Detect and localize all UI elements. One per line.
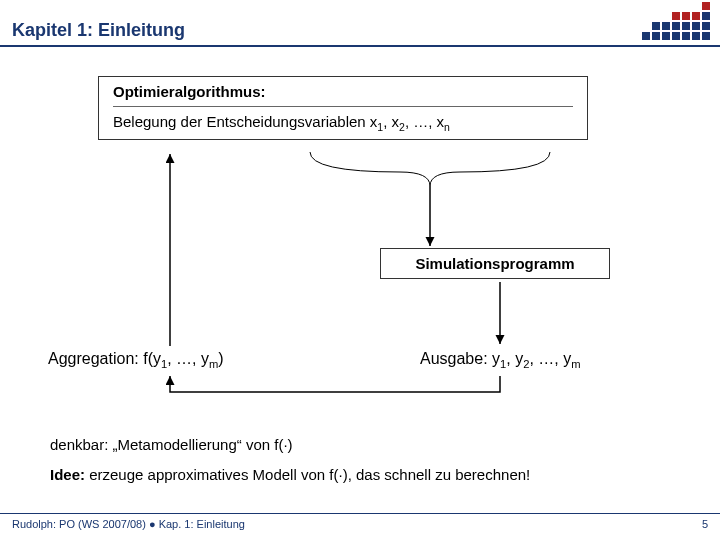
idea-text: erzeuge approximatives Modell von f(·), … [85,466,530,483]
slide-footer: Rudolph: PO (WS 2007/08) ● Kap. 1: Einle… [0,513,720,530]
note-idea: Idee: erzeuge approximatives Modell von … [50,466,530,483]
text: , …, x [405,113,444,130]
simulation-label: Simulationsprogramm [415,255,574,272]
sub: m [571,358,580,370]
chapter-title: Kapitel 1: Einleitung [12,20,708,41]
text: , …, y [529,350,571,367]
sub: n [444,121,450,133]
optimizer-body: Belegung der Entscheidungsvariablen x1, … [113,113,573,133]
output-text: Ausgabe: y1, y2, …, ym [420,350,581,370]
note-metamodel: denkbar: „Metamodellierung“ von f(·) [50,436,293,453]
aggregation-text: Aggregation: f(y1, …, ym) [48,350,224,370]
page-number: 5 [702,518,708,530]
text: Aggregation: f(y [48,350,161,367]
footer-left: Rudolph: PO (WS 2007/08) ● Kap. 1: Einle… [12,518,245,530]
slide-header: Kapitel 1: Einleitung [0,20,720,47]
text: denkbar: „Metamodellierung“ von f(·) [50,436,293,453]
idea-label: Idee: [50,466,85,483]
text: ) [218,350,223,367]
text: , …, y [167,350,209,367]
optimizer-box: Optimieralgorithmus: Belegung der Entsch… [98,76,588,140]
text: Ausgabe: y [420,350,500,367]
simulation-box: Simulationsprogramm [380,248,610,279]
text: Belegung der Entscheidungsvariablen x [113,113,377,130]
text: , y [506,350,523,367]
sub: m [209,358,218,370]
optimizer-heading: Optimieralgorithmus: [113,83,573,107]
text: , x [383,113,399,130]
